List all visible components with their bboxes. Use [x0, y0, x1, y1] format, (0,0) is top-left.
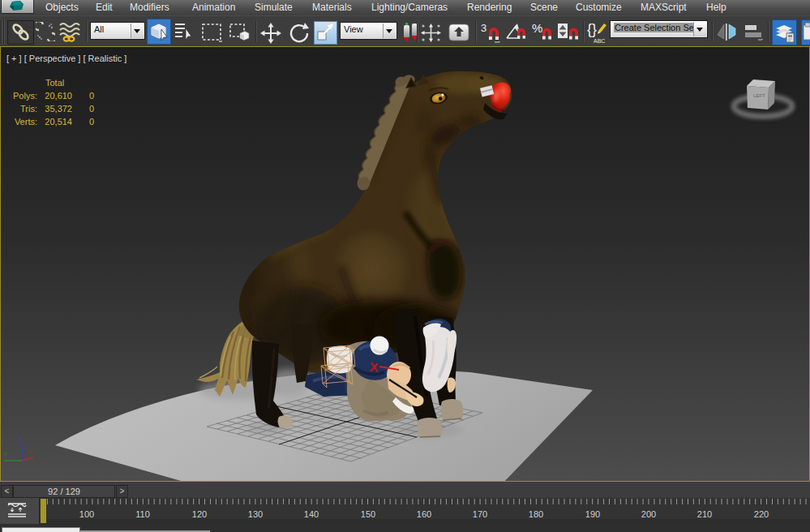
svg-text:0: 0	[89, 117, 94, 127]
svg-text:210: 210	[697, 509, 712, 519]
svg-text:z: z	[19, 435, 22, 443]
svg-text:35,372: 35,372	[45, 104, 72, 114]
svg-text:20,610: 20,610	[45, 91, 72, 101]
svg-text:190: 190	[585, 509, 600, 519]
svg-text:120: 120	[192, 509, 207, 519]
svg-text:160: 160	[417, 509, 431, 519]
svg-text:{}: {}	[587, 21, 597, 37]
svg-text:0: 0	[89, 91, 94, 101]
svg-text:Verts:: Verts:	[15, 117, 37, 127]
svg-text:130: 130	[248, 509, 263, 519]
svg-text:20,514: 20,514	[45, 117, 72, 127]
svg-text:Tris:: Tris:	[20, 104, 37, 114]
svg-text:ABC: ABC	[594, 38, 605, 44]
svg-text:[ + ] [ Perspective ] [ Realis: [ + ] [ Perspective ] [ Realistic ]	[6, 54, 126, 63]
svg-text:Total: Total	[45, 78, 64, 88]
svg-text:Polys:: Polys:	[13, 91, 37, 101]
svg-text:140: 140	[304, 509, 319, 519]
svg-text:170: 170	[473, 509, 487, 519]
svg-text:200: 200	[641, 509, 656, 519]
svg-text:3: 3	[481, 22, 486, 34]
svg-text:110: 110	[135, 509, 150, 519]
svg-text:0: 0	[89, 104, 94, 114]
svg-text:100: 100	[79, 509, 94, 519]
svg-text:y: y	[4, 449, 7, 457]
svg-text:x: x	[28, 448, 32, 455]
svg-text:150: 150	[361, 509, 375, 519]
svg-text:220: 220	[754, 509, 769, 519]
svg-text:LEFT: LEFT	[753, 93, 765, 98]
svg-text:180: 180	[529, 509, 543, 519]
svg-text:%: %	[532, 22, 542, 35]
